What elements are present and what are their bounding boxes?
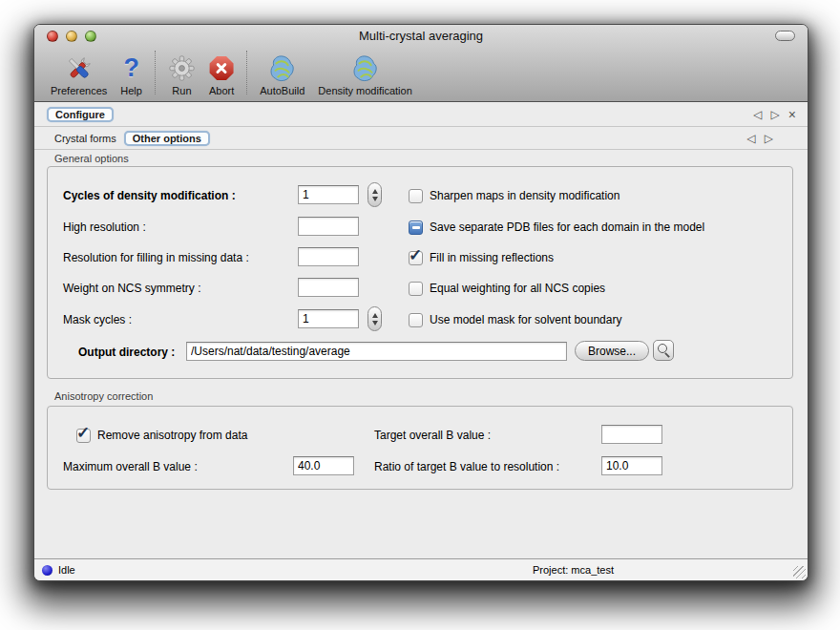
cycles-density-mod-input[interactable]: [298, 185, 359, 204]
secondary-tab-bar: Crystal forms Other options ◁ ▷: [34, 127, 808, 150]
tab-crystal-forms[interactable]: Crystal forms: [47, 132, 124, 145]
toolbar-run-button[interactable]: Run: [161, 49, 202, 96]
tab-prev-icon[interactable]: ◁: [747, 133, 756, 144]
toolbar-separator: [155, 51, 156, 94]
toolbar-density-modification-button[interactable]: Density modification: [311, 49, 418, 96]
toolbar-separator: [246, 51, 247, 94]
browse-button[interactable]: Browse...: [575, 341, 649, 361]
equal-weighting-label: Equal weighting for all NCS copies: [430, 282, 605, 295]
max-b-input[interactable]: [293, 456, 354, 475]
form-row: Maximum overall B value : Ratio of targe…: [48, 456, 792, 477]
output-directory-input[interactable]: [186, 342, 567, 361]
max-b-label: Maximum overall B value :: [63, 460, 198, 473]
toolbar-autobuild-button[interactable]: AutoBuild: [253, 49, 311, 96]
form-row: Remove anisotropy from data Target overa…: [48, 425, 792, 446]
cycles-stepper[interactable]: [368, 182, 382, 207]
sharpen-maps-checkbox[interactable]: [409, 189, 423, 203]
toolbar-help-button[interactable]: ? Help: [114, 49, 149, 96]
ncs-weight-label: Weight on NCS symmetry :: [63, 282, 200, 295]
status-text: Idle: [58, 564, 75, 576]
mask-cycles-stepper[interactable]: [368, 306, 382, 331]
group-title-general-options: General options: [54, 153, 129, 164]
tab-nav-controls: ◁ ▷ ×: [753, 108, 796, 121]
remove-anisotropy-checkbox[interactable]: [76, 429, 91, 443]
checkbox-row: Use model mask for solvent boundary: [409, 309, 621, 330]
cycles-density-mod-label: Cycles of density modification :: [63, 189, 236, 202]
checkbox-row: Fill in missing reflections: [409, 247, 554, 268]
save-separate-pdb-checkbox[interactable]: [409, 220, 423, 235]
resolution-filling-label: Resolution for filling in missing data :: [63, 251, 249, 264]
checkbox-row: Save separate PDB files for each domain …: [409, 217, 704, 238]
mask-cycles-input[interactable]: [298, 309, 359, 328]
status-bar: Idle Project: mca_test: [34, 558, 808, 580]
tab-next-icon[interactable]: ▷: [771, 109, 780, 120]
toolbar-item-label: Abort: [209, 85, 234, 96]
toolbar-preferences-button[interactable]: Preferences: [44, 49, 114, 96]
protein-model-icon: [351, 52, 380, 84]
toolbar: Preferences ? Help: [34, 47, 808, 103]
toolbar-item-label: Run: [172, 85, 191, 96]
group-title-anisotropy: Anisotropy correction: [54, 390, 153, 402]
window-header: Multi-crystal averaging: [34, 25, 808, 102]
fill-missing-reflections-checkbox[interactable]: [409, 251, 423, 265]
toolbar-item-label: Help: [120, 85, 142, 96]
target-b-input[interactable]: [601, 425, 662, 444]
tools-icon: [65, 52, 94, 84]
toolbar-abort-button[interactable]: Abort: [202, 49, 241, 96]
use-model-mask-label: Use model mask for solvent boundary: [430, 313, 621, 326]
use-model-mask-checkbox[interactable]: [409, 313, 423, 327]
resize-grip[interactable]: [793, 566, 806, 578]
equal-weighting-checkbox[interactable]: [409, 282, 423, 296]
tab-close-icon[interactable]: ×: [788, 108, 796, 121]
primary-tab-bar: Configure ◁ ▷ ×: [34, 102, 808, 127]
window-title: Multi-crystal averaging: [34, 29, 808, 43]
mask-cycles-label: Mask cycles :: [63, 313, 132, 326]
stop-x-icon: [209, 52, 234, 84]
checkbox-row: Equal weighting for all NCS copies: [409, 278, 605, 299]
fill-missing-reflections-label: Fill in missing reflections: [430, 251, 554, 264]
tab-prev-icon[interactable]: ◁: [753, 109, 762, 120]
tab-next-icon[interactable]: ▷: [765, 133, 773, 144]
tab-other-options[interactable]: Other options: [124, 131, 210, 146]
resolution-filling-input[interactable]: [298, 247, 359, 266]
toolbar-item-label: Density modification: [318, 85, 411, 96]
ratio-b-label: Ratio of target B value to resolution :: [374, 460, 559, 473]
search-directory-button[interactable]: [653, 340, 674, 361]
anisotropy-correction-group: Remove anisotropy from data Target overa…: [47, 406, 793, 490]
status-indicator-icon: [42, 565, 52, 576]
general-options-group: Cycles of density modification : High re…: [47, 166, 793, 379]
form-row: Output directory : Browse...: [48, 342, 792, 363]
ratio-b-input[interactable]: [601, 456, 662, 475]
checkbox-row: Sharpen maps in density modification: [409, 185, 620, 206]
tab-nav-controls: ◁ ▷: [747, 133, 773, 144]
app-window: Multi-crystal averaging: [33, 24, 808, 581]
protein-model-icon: [268, 52, 297, 84]
checkbox-row: Remove anisotropy from data: [76, 425, 247, 446]
remove-anisotropy-label: Remove anisotropy from data: [97, 429, 247, 442]
toolbar-toggle-button[interactable]: [775, 31, 795, 41]
sharpen-maps-label: Sharpen maps in density modification: [430, 189, 620, 202]
toolbar-item-label: Preferences: [51, 85, 107, 96]
configure-panel: General options Cycles of density modifi…: [34, 150, 808, 558]
titlebar[interactable]: Multi-crystal averaging: [34, 25, 808, 47]
gear-icon: [168, 52, 196, 84]
tab-configure[interactable]: Configure: [47, 107, 114, 122]
high-resolution-label: High resolution :: [63, 220, 146, 234]
ncs-weight-input[interactable]: [298, 278, 359, 297]
output-directory-label: Output directory :: [78, 346, 175, 359]
question-mark-icon: ?: [123, 52, 139, 84]
project-label: Project: mca_test: [533, 564, 614, 576]
toolbar-item-label: AutoBuild: [260, 85, 304, 96]
high-resolution-input[interactable]: [298, 217, 359, 236]
target-b-label: Target overall B value :: [374, 429, 491, 442]
save-separate-pdb-label: Save separate PDB files for each domain …: [430, 220, 704, 234]
